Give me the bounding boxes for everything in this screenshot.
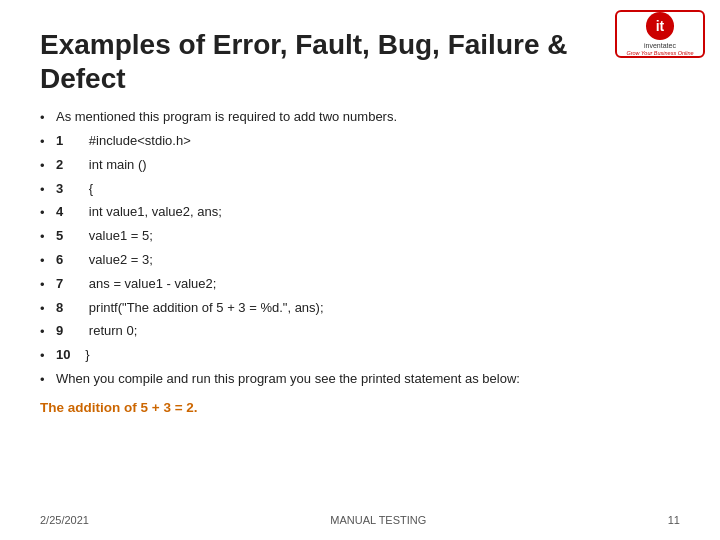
bullet-text: 10 } bbox=[56, 345, 680, 366]
list-item: • 9 return 0; bbox=[40, 321, 680, 343]
line-num: 3 bbox=[56, 179, 78, 200]
line-num: 8 bbox=[56, 298, 78, 319]
bullet-text: 7 ans = value1 - value2; bbox=[56, 274, 680, 295]
bullet-text: 6 value2 = 3; bbox=[56, 250, 680, 271]
bullet-text: When you compile and run this program yo… bbox=[56, 369, 680, 390]
bullet-text: 3 { bbox=[56, 179, 680, 200]
highlight-statement: The addition of 5 + 3 = 2. bbox=[40, 397, 680, 419]
line-num: 7 bbox=[56, 274, 78, 295]
list-item: • When you compile and run this program … bbox=[40, 369, 680, 391]
footer-date: 2/25/2021 bbox=[40, 514, 89, 526]
line-num: 4 bbox=[56, 202, 78, 223]
slide-footer: 2/25/2021 MANUAL TESTING 11 bbox=[40, 514, 680, 526]
bullet-symbol: • bbox=[40, 299, 56, 320]
list-item: • As mentioned this program is required … bbox=[40, 107, 680, 129]
bullet-text: 2 int main () bbox=[56, 155, 680, 176]
content-area: • As mentioned this program is required … bbox=[40, 107, 680, 418]
list-item: • 4 int value1, value2, ans; bbox=[40, 202, 680, 224]
logo: it inventatec Grow Your Business Online bbox=[615, 10, 705, 58]
bullet-symbol: • bbox=[40, 180, 56, 201]
bullet-text: As mentioned this program is required to… bbox=[56, 107, 680, 128]
bullet-symbol: • bbox=[40, 203, 56, 224]
list-item: • 10 } bbox=[40, 345, 680, 367]
bullet-text: 5 value1 = 5; bbox=[56, 226, 680, 247]
bullet-text: 9 return 0; bbox=[56, 321, 680, 342]
bullet-symbol: • bbox=[40, 275, 56, 296]
logo-circle: it bbox=[646, 12, 674, 40]
line-num: 6 bbox=[56, 250, 78, 271]
line-num: 2 bbox=[56, 155, 78, 176]
list-item: • 8 printf("The addition of 5 + 3 = %d."… bbox=[40, 298, 680, 320]
line-num: 10 bbox=[56, 345, 78, 366]
bullet-symbol: • bbox=[40, 156, 56, 177]
bullet-symbol: • bbox=[40, 322, 56, 343]
bullet-text: 1 #include<stdio.h> bbox=[56, 131, 680, 152]
list-item: • 3 { bbox=[40, 179, 680, 201]
slide-title: Examples of Error, Fault, Bug, Failure &… bbox=[40, 28, 680, 95]
logo-tagline: Grow Your Business Online bbox=[626, 50, 693, 56]
bullet-text: 8 printf("The addition of 5 + 3 = %d.", … bbox=[56, 298, 680, 319]
list-item: • 7 ans = value1 - value2; bbox=[40, 274, 680, 296]
logo-letter: it bbox=[656, 18, 665, 34]
line-num: 9 bbox=[56, 321, 78, 342]
list-item: • 1 #include<stdio.h> bbox=[40, 131, 680, 153]
list-item: • 2 int main () bbox=[40, 155, 680, 177]
slide: it inventatec Grow Your Business Online … bbox=[0, 0, 720, 540]
bullet-symbol: • bbox=[40, 108, 56, 129]
bullet-symbol: • bbox=[40, 251, 56, 272]
bullet-text: 4 int value1, value2, ans; bbox=[56, 202, 680, 223]
bullet-symbol: • bbox=[40, 227, 56, 248]
list-item: • 5 value1 = 5; bbox=[40, 226, 680, 248]
bullet-symbol: • bbox=[40, 132, 56, 153]
footer-center: MANUAL TESTING bbox=[89, 514, 668, 526]
list-item: • 6 value2 = 3; bbox=[40, 250, 680, 272]
logo-name: inventatec bbox=[644, 42, 676, 50]
footer-page: 11 bbox=[668, 514, 680, 526]
bullet-symbol: • bbox=[40, 370, 56, 391]
bullet-symbol: • bbox=[40, 346, 56, 367]
line-num: 1 bbox=[56, 131, 78, 152]
line-num: 5 bbox=[56, 226, 78, 247]
